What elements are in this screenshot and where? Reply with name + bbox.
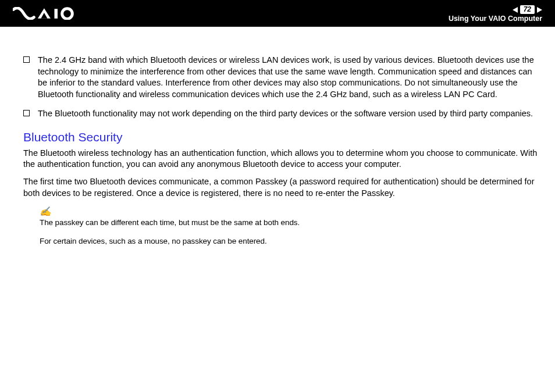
next-page-icon[interactable] <box>537 7 542 13</box>
square-bullet-icon <box>23 110 30 116</box>
note-block: ✍ The passkey can be different each time… <box>40 207 538 246</box>
header-bar: 72 Using Your VAIO Computer <box>0 0 555 27</box>
bullet-text: The 2.4 GHz band with which Bluetooth de… <box>38 55 538 100</box>
svg-point-1 <box>62 9 73 19</box>
list-item: The 2.4 GHz band with which Bluetooth de… <box>23 55 538 100</box>
paragraph: The Bluetooth wireless technology has an… <box>23 148 538 170</box>
square-bullet-icon <box>23 56 30 63</box>
note-line: For certain devices, such as a mouse, no… <box>40 236 538 247</box>
note-line: The passkey can be different each time, … <box>40 218 538 228</box>
header-right: 72 Using Your VAIO Computer <box>449 4 542 23</box>
document-page: 72 Using Your VAIO Computer The 2.4 GHz … <box>0 0 555 392</box>
vaio-logo <box>13 7 83 20</box>
prev-page-icon[interactable] <box>513 7 518 13</box>
header-title: Using Your VAIO Computer <box>449 15 542 23</box>
page-nav: 72 <box>513 5 542 14</box>
paragraph: The first time two Bluetooth devices com… <box>23 176 538 199</box>
page-number: 72 <box>520 5 535 14</box>
vaio-logo-svg <box>13 7 83 20</box>
bullet-list: The 2.4 GHz band with which Bluetooth de… <box>23 55 538 120</box>
svg-rect-0 <box>55 9 58 19</box>
note-icon: ✍ <box>40 207 538 216</box>
bullet-text: The Bluetooth functionality may not work… <box>38 108 538 120</box>
content-area: The 2.4 GHz band with which Bluetooth de… <box>0 27 555 246</box>
list-item: The Bluetooth functionality may not work… <box>23 108 538 120</box>
section-heading: Bluetooth Security <box>23 130 538 144</box>
